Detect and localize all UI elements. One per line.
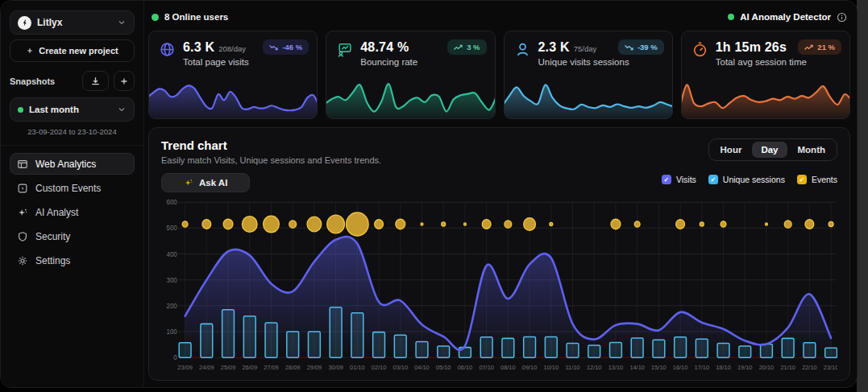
- svg-text:29/09: 29/09: [307, 364, 322, 371]
- sidebar-nav: Web Analytics Custom Events AI Analyst: [10, 153, 135, 271]
- checkbox-checked-icon[interactable]: ✓: [708, 175, 718, 184]
- stat-value: 2.3 K: [538, 40, 570, 55]
- checkbox-checked-icon[interactable]: ✓: [797, 175, 807, 184]
- sidebar-item-ai-analyst[interactable]: AI Analyst: [10, 201, 135, 223]
- svg-text:04/10: 04/10: [414, 364, 429, 371]
- snapshots-label: Snapshots: [10, 76, 82, 86]
- stat-value: 6.3 K: [183, 40, 214, 55]
- svg-text:28/09: 28/09: [285, 364, 300, 371]
- legend-visits[interactable]: ✓ Visits: [662, 175, 696, 184]
- chevron-down-icon: [117, 18, 127, 27]
- svg-text:500: 500: [167, 225, 178, 232]
- stat-sparkline: [505, 78, 672, 118]
- time-range-segmented-control: Hour Day Month: [708, 138, 837, 161]
- svg-text:400: 400: [167, 250, 178, 258]
- svg-text:100: 100: [167, 328, 178, 336]
- svg-text:19/10: 19/10: [737, 364, 752, 371]
- online-users-indicator: 8 Online users: [152, 12, 228, 22]
- svg-text:06/10: 06/10: [458, 364, 472, 371]
- sidebar-item-web-analytics[interactable]: Web Analytics: [10, 153, 135, 175]
- svg-text:23/09: 23/09: [177, 364, 192, 371]
- svg-text:24/09: 24/09: [199, 364, 214, 371]
- ask-ai-label: Ask AI: [199, 178, 227, 188]
- svg-text:02/10: 02/10: [372, 364, 386, 371]
- ai-anomaly-detector: AI Anomaly Detector: [728, 12, 847, 23]
- snapshots-header: Snapshots: [10, 71, 135, 91]
- stat-sparkline: [149, 78, 317, 118]
- create-new-project-label: Create new project: [39, 46, 118, 56]
- create-new-project-button[interactable]: Create new project: [10, 39, 135, 62]
- svg-text:16/10: 16/10: [673, 364, 687, 371]
- trend-badge: 21 %: [798, 39, 841, 55]
- trend-badge-value: -46 %: [282, 43, 302, 52]
- trend-arrow-icon: [269, 44, 278, 51]
- snapshot-range-select[interactable]: Last month: [10, 97, 135, 122]
- checkbox-checked-icon[interactable]: ✓: [662, 175, 671, 184]
- tab-hour[interactable]: Hour: [712, 142, 751, 158]
- user-icon: [514, 41, 531, 58]
- download-icon: [90, 76, 101, 86]
- svg-text:200: 200: [167, 303, 178, 310]
- timer-icon: [691, 41, 708, 58]
- project-selector[interactable]: Litlyx: [10, 10, 135, 35]
- svg-text:26/09: 26/09: [243, 364, 257, 371]
- stat-card-total-page-visits: 6.3 K 208/day Total page visits -46 %: [148, 31, 318, 119]
- stat-label: Total page visits: [183, 57, 249, 67]
- sidebar-item-label: AI Analyst: [35, 207, 78, 218]
- svg-text:13/10: 13/10: [608, 364, 623, 371]
- gear-icon: [17, 255, 28, 266]
- info-icon[interactable]: [837, 12, 847, 23]
- litlyx-logo-icon: [18, 16, 31, 30]
- stat-card-unique-visits: 2.3 K 75/day Unique visits sessions -39 …: [504, 31, 673, 119]
- svg-text:18/10: 18/10: [716, 364, 730, 371]
- stat-cards-row: 6.3 K 208/day Total page visits -46 %: [148, 31, 850, 119]
- svg-text:23/10: 23/10: [824, 364, 837, 371]
- sidebar-item-label: Settings: [35, 255, 70, 266]
- bounce-presentation-icon: [336, 41, 353, 58]
- main-content: 8 Online users AI Anomaly Detector: [144, 1, 857, 387]
- sidebar-item-custom-events[interactable]: Custom Events: [10, 177, 135, 199]
- svg-text:30/09: 30/09: [328, 364, 343, 371]
- screen: Litlyx Create new project Snapshots: [0, 0, 868, 392]
- sidebar-item-label: Custom Events: [35, 183, 101, 194]
- tab-month[interactable]: Month: [789, 142, 834, 158]
- trend-badge-value: -39 %: [638, 43, 658, 52]
- svg-text:01/10: 01/10: [350, 364, 364, 371]
- svg-text:11/10: 11/10: [566, 364, 580, 371]
- stat-value: 1h 15m 26s: [716, 40, 787, 55]
- plus-icon: [119, 76, 129, 86]
- legend-events[interactable]: ✓ Events: [797, 175, 837, 184]
- add-snapshot-button[interactable]: [114, 71, 135, 91]
- project-name: Litlyx: [37, 17, 111, 28]
- legend-unique-sessions[interactable]: ✓ Unique sessions: [708, 175, 785, 184]
- trend-chart-panel: Trend chart Easily match Visits, Unique …: [148, 127, 850, 381]
- online-users-label: 8 Online users: [164, 12, 228, 22]
- stat-label: Unique visits sessions: [538, 57, 629, 67]
- plus-icon: [26, 47, 34, 55]
- chevron-down-icon: [117, 105, 127, 114]
- export-snapshot-button[interactable]: [82, 71, 109, 91]
- app-window: Litlyx Create new project Snapshots: [0, 0, 858, 388]
- svg-text:22/10: 22/10: [802, 364, 816, 371]
- sidebar-item-label: Security: [35, 231, 70, 242]
- trend-chart-svg[interactable]: 010020030040050060023/0924/0925/0926/092…: [161, 199, 837, 376]
- stat-per-day: 75/day: [574, 44, 597, 53]
- trend-chart-area: 010020030040050060023/0924/0925/0926/092…: [161, 199, 837, 376]
- stat-sparkline: [326, 78, 494, 118]
- svg-text:300: 300: [167, 277, 178, 284]
- svg-text:15/10: 15/10: [651, 364, 666, 371]
- stat-sparkline: [682, 78, 849, 118]
- svg-text:08/10: 08/10: [500, 364, 515, 371]
- svg-text:25/09: 25/09: [221, 364, 235, 371]
- browser-window-icon: [17, 159, 28, 170]
- snapshot-status-dot: [18, 107, 23, 113]
- tab-day[interactable]: Day: [752, 142, 787, 158]
- ask-ai-button[interactable]: Ask AI: [161, 173, 250, 192]
- svg-text:10/10: 10/10: [544, 364, 559, 371]
- sidebar-item-settings[interactable]: Settings: [10, 250, 135, 271]
- stat-label: Bouncing rate: [360, 57, 417, 67]
- snapshot-date-range: 23-09-2024 to 23-10-2024: [10, 127, 135, 136]
- svg-text:0: 0: [173, 354, 177, 361]
- sidebar-item-security[interactable]: Security: [10, 225, 135, 247]
- trend-badge-value: 21 %: [817, 43, 835, 52]
